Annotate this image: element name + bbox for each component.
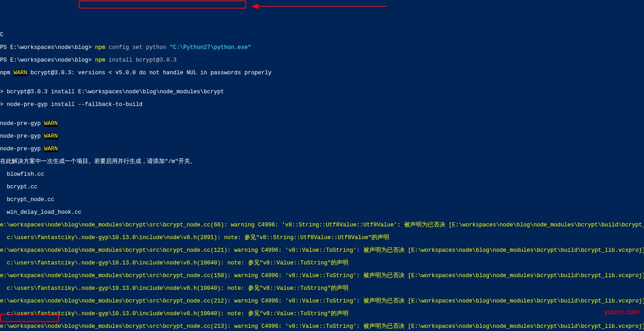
svg-marker-1 [251,4,258,9]
terminal-warning-line: e:\workspaces\node\blog\node_modules\bcr… [0,273,644,279]
terminal-warning-line: c:\users\fantastciky\.node-gyp\10.13.0\i… [0,260,644,266]
highlight-box-command [79,0,246,9]
terminal-line: 在此解决方案中一次生成一个项目。若要启用并行生成，请添加"/m"开关。 [0,158,644,165]
terminal-line: blowfish.cc [0,171,644,177]
terminal-prompt-line: PS E:\workspaces\node\blog> npm config s… [0,44,644,51]
terminal-warning-line: c:\users\fantastciky\.node-gyp\10.13.0\i… [0,285,644,292]
terminal-line: > node-pre-gyp install --fallback-to-bui… [0,101,644,108]
terminal-line: > bcrypt@3.0.3 install E:\workspaces\nod… [0,89,644,95]
terminal-warning-line: c:\users\fantastciky\.node-gyp\10.13.0\i… [0,235,644,241]
terminal-line: node-pre-gyp WARN [0,133,644,139]
terminal-line: bcrypt_node.cc [0,197,644,203]
terminal-output[interactable]: C PS E:\workspaces\node\blog> npm config… [0,25,644,331]
terminal-line: C [0,32,644,38]
terminal-warning-line: e:\workspaces\node\blog\node_modules\bcr… [0,298,644,304]
warn-badge: WARN [14,70,27,76]
warn-badge: WARN [44,133,58,139]
terminal-warning-line: e:\workspaces\node\blog\node_modules\bcr… [0,222,644,228]
terminal-prompt-line: PS E:\workspaces\node\blog> npm install … [0,57,644,63]
arrow-annotation-icon [251,2,387,11]
terminal-line: npm WARN bcrypt@3.0.3: versions < v5.0.0… [0,70,644,76]
watermark-text: yuucn.com [605,309,639,315]
terminal-warning-line: c:\users\fantastciky\.node-gyp\10.13.0\i… [0,311,644,317]
terminal-line: bcrypt.cc [0,184,644,190]
warn-badge: WARN [44,120,58,127]
terminal-warning-line: e:\workspaces\node\blog\node_modules\bcr… [0,247,644,254]
terminal-line: node-pre-gyp WARN [0,146,644,152]
warn-badge: WARN [44,146,58,152]
terminal-line: win_delay_load_hook.cc [0,209,644,216]
terminal-warning-line: e:\workspaces\node\blog\node_modules\bcr… [0,323,644,330]
terminal-line: node-pre-gyp WARN [0,120,644,127]
